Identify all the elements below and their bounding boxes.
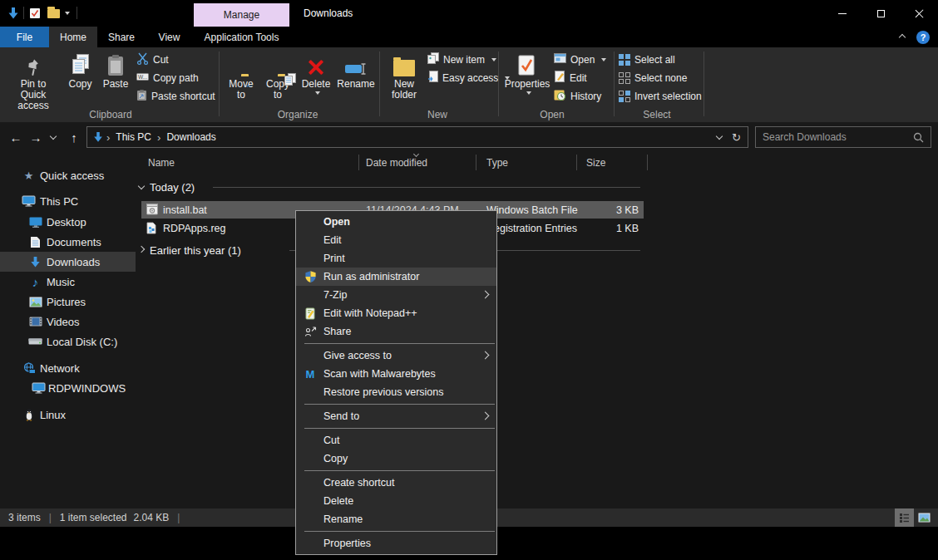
sidebar-item-pictures[interactable]: Pictures <box>0 292 136 312</box>
menu-item-create-shortcut[interactable]: Create shortcut <box>296 474 496 492</box>
thumbnail-view-button[interactable] <box>915 508 934 527</box>
group-header-earlier-this-year[interactable]: Earlier this year (1) <box>150 241 241 259</box>
edit-button[interactable]: Edit <box>554 69 587 86</box>
column-divider[interactable] <box>476 155 476 170</box>
breadcrumb-downloads[interactable]: Downloads <box>163 131 219 143</box>
group-expand-icon[interactable] <box>138 246 145 253</box>
sidebar-item-linux[interactable]: Linux <box>0 405 136 425</box>
sidebar-item-videos[interactable]: Videos <box>0 312 136 332</box>
menu-item-run-as-administrator[interactable]: Run as administrator <box>296 268 496 286</box>
copy-button[interactable]: Copy <box>62 50 98 113</box>
menu-item-copy[interactable]: Copy <box>296 449 496 468</box>
sidebar-item-quick-access[interactable]: ★ Quick access <box>0 165 136 185</box>
properties-check-icon[interactable] <box>28 7 42 20</box>
column-divider[interactable] <box>647 155 648 170</box>
column-header-name[interactable]: Name <box>148 154 175 171</box>
sidebar-item-local-disk-c[interactable]: Local Disk (C:) <box>0 332 136 351</box>
menu-item-scan-with-malwarebytes[interactable]: M Scan with Malwarebytes <box>296 365 496 383</box>
menu-item-print[interactable]: Print <box>296 249 496 268</box>
copy-icon <box>71 50 91 76</box>
tab-share[interactable]: Share <box>97 27 146 47</box>
pin-to-quick-access-button[interactable]: Pin to Quick access <box>7 50 60 113</box>
column-header-type[interactable]: Type <box>486 154 508 171</box>
file-name: install.bat <box>163 201 207 219</box>
menu-item-give-access-to[interactable]: Give access to <box>296 346 496 365</box>
close-button[interactable] <box>900 0 938 27</box>
menu-item-edit-with-notepad-plus-plus[interactable]: Edit with Notepad++ <box>296 304 496 322</box>
menu-item-delete[interactable]: Delete <box>296 492 496 510</box>
invert-selection-button[interactable]: Invert selection <box>619 87 702 105</box>
menu-item-share[interactable]: Share <box>296 322 496 341</box>
address-bar[interactable]: › This PC › Downloads ↻ <box>86 126 748 148</box>
tab-home[interactable]: Home <box>49 27 97 47</box>
sidebar-item-music[interactable]: ♪ Music <box>0 272 136 292</box>
new-folder-button[interactable]: New folder <box>384 50 424 113</box>
group-collapse-icon[interactable] <box>138 183 145 189</box>
column-divider[interactable] <box>576 155 577 170</box>
history-button[interactable]: History <box>554 87 601 105</box>
details-view-button[interactable] <box>895 508 914 527</box>
help-icon[interactable]: ? <box>916 31 930 44</box>
menu-item-7-zip[interactable]: 7-Zip <box>296 286 496 304</box>
malwarebytes-icon: M <box>302 366 318 381</box>
maximize-button[interactable] <box>861 0 900 27</box>
back-button[interactable]: ← <box>7 129 25 145</box>
tab-view[interactable]: View <box>146 27 193 47</box>
maximize-icon <box>877 10 885 17</box>
sidebar-item-network[interactable]: Network <box>0 358 136 378</box>
properties-button[interactable]: Properties <box>504 50 550 113</box>
picture-icon <box>28 295 42 308</box>
menu-item-edit[interactable]: Edit <box>296 231 496 249</box>
recent-locations-icon[interactable] <box>47 129 60 145</box>
menu-item-rename[interactable]: Rename <box>296 510 496 528</box>
tab-application-tools[interactable]: Application Tools <box>194 27 289 47</box>
copy-path-button[interactable]: W... Copy path <box>136 69 199 86</box>
copy-to-button[interactable]: Copy to <box>259 50 296 113</box>
sidebar-item-rdpwindows[interactable]: RDPWINDOWS <box>0 378 136 398</box>
sidebar-item-label: Quick access <box>40 169 104 182</box>
sidebar-item-this-pc[interactable]: This PC <box>0 191 136 211</box>
manage-contextual-header[interactable]: Manage <box>194 3 289 27</box>
sidebar-item-documents[interactable]: Documents <box>0 232 136 252</box>
search-input[interactable] <box>756 131 913 143</box>
qat-divider <box>23 7 24 19</box>
menu-item-cut[interactable]: Cut <box>296 431 496 449</box>
rename-label: Rename <box>337 79 374 90</box>
refresh-icon[interactable]: ↻ <box>732 131 741 144</box>
address-dropdown-icon[interactable] <box>716 133 723 140</box>
up-button[interactable]: ↑ <box>65 129 83 145</box>
paste-shortcut-button[interactable]: Paste shortcut <box>136 87 215 105</box>
sidebar-item-desktop[interactable]: Desktop <box>0 212 136 232</box>
sidebar-item-downloads[interactable]: Downloads <box>0 252 136 272</box>
select-none-button[interactable]: Select none <box>619 69 687 86</box>
column-divider[interactable] <box>358 155 359 170</box>
search-icon[interactable] <box>913 132 931 143</box>
tab-file[interactable]: File <box>0 27 49 47</box>
select-all-button[interactable]: Select all <box>619 51 675 68</box>
cut-button[interactable]: Cut <box>136 51 169 68</box>
new-item-button[interactable]: New item <box>427 51 496 68</box>
open-button[interactable]: Open <box>554 51 606 68</box>
new-folder-qat-icon[interactable] <box>47 7 60 20</box>
menu-item-restore-previous-versions[interactable]: Restore previous versions <box>296 383 496 401</box>
group-header-today[interactable]: Today (2) <box>150 178 195 196</box>
monitor-icon <box>32 381 46 395</box>
delete-button[interactable]: Delete <box>298 50 334 113</box>
menu-item-send-to[interactable]: Send to <box>296 407 496 425</box>
column-header-size[interactable]: Size <box>586 154 605 171</box>
collapse-ribbon-icon[interactable] <box>899 34 906 41</box>
rename-button[interactable]: Rename <box>334 50 378 113</box>
pin-to-quick-access-label: Pin to Quick access <box>7 79 60 111</box>
minimize-button[interactable] <box>823 0 861 27</box>
column-header-date-modified[interactable]: Date modified <box>366 154 427 171</box>
menu-item-properties[interactable]: Properties <box>296 534 496 553</box>
customize-quick-access-icon[interactable] <box>63 7 72 20</box>
move-to-button[interactable]: ← Move to <box>223 50 259 113</box>
breadcrumb-this-pc[interactable]: This PC <box>112 131 155 143</box>
menu-item-label: Share <box>323 326 351 337</box>
paste-label: Paste <box>103 79 129 90</box>
paste-button[interactable]: Paste <box>99 50 132 113</box>
menu-item-open[interactable]: Open <box>296 213 496 231</box>
document-icon <box>28 235 42 248</box>
forward-button[interactable]: → <box>27 129 45 145</box>
